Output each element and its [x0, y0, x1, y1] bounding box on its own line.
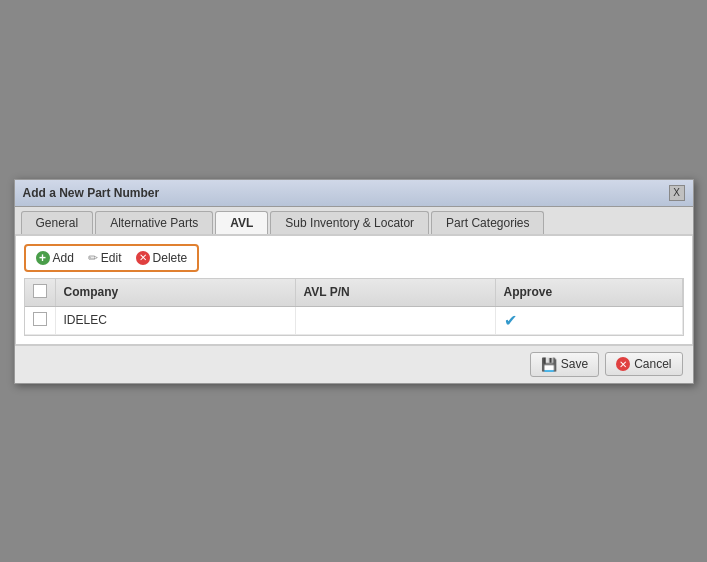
approve-checkmark-icon: ✔ — [504, 312, 517, 329]
row-approve: ✔ — [495, 306, 682, 334]
dialog-title: Add a New Part Number — [23, 186, 160, 200]
edit-icon: ✏ — [88, 251, 98, 265]
edit-button[interactable]: ✏ Edit — [83, 249, 127, 267]
col-header-checkbox — [25, 279, 56, 307]
save-icon: 💾 — [541, 357, 557, 372]
avl-table: Company AVL P/N Approve IDELEC ✔ — [25, 279, 683, 335]
toolbar: + Add ✏ Edit ✕ Delete — [24, 244, 200, 272]
tab-part-categories[interactable]: Part Categories — [431, 211, 544, 234]
row-checkbox-cell — [25, 306, 56, 334]
tab-general[interactable]: General — [21, 211, 94, 234]
close-button[interactable]: X — [669, 185, 685, 201]
table-header-row: Company AVL P/N Approve — [25, 279, 683, 307]
header-checkbox[interactable] — [33, 284, 47, 298]
col-header-approve: Approve — [495, 279, 682, 307]
content-area: + Add ✏ Edit ✕ Delete Company — [15, 235, 693, 345]
dialog: Add a New Part Number X General Alternat… — [14, 179, 694, 384]
dialog-titlebar: Add a New Part Number X — [15, 180, 693, 207]
cancel-button[interactable]: ✕ Cancel — [605, 352, 682, 376]
dialog-footer: 💾 Save ✕ Cancel — [15, 345, 693, 383]
table-container: Company AVL P/N Approve IDELEC ✔ — [24, 278, 684, 336]
table-row: IDELEC ✔ — [25, 306, 683, 334]
add-button[interactable]: + Add — [31, 249, 79, 267]
tab-alternative-parts[interactable]: Alternative Parts — [95, 211, 213, 234]
row-avl-pn — [295, 306, 495, 334]
col-header-company: Company — [55, 279, 295, 307]
row-checkbox[interactable] — [33, 312, 47, 326]
tab-avl[interactable]: AVL — [215, 211, 268, 234]
tab-sub-inventory[interactable]: Sub Inventory & Locator — [270, 211, 429, 234]
add-icon: + — [36, 251, 50, 265]
row-company: IDELEC — [55, 306, 295, 334]
col-header-avl-pn: AVL P/N — [295, 279, 495, 307]
save-button[interactable]: 💾 Save — [530, 352, 599, 377]
cancel-icon: ✕ — [616, 357, 630, 371]
tabs-bar: General Alternative Parts AVL Sub Invent… — [15, 207, 693, 235]
delete-button[interactable]: ✕ Delete — [131, 249, 193, 267]
delete-icon: ✕ — [136, 251, 150, 265]
